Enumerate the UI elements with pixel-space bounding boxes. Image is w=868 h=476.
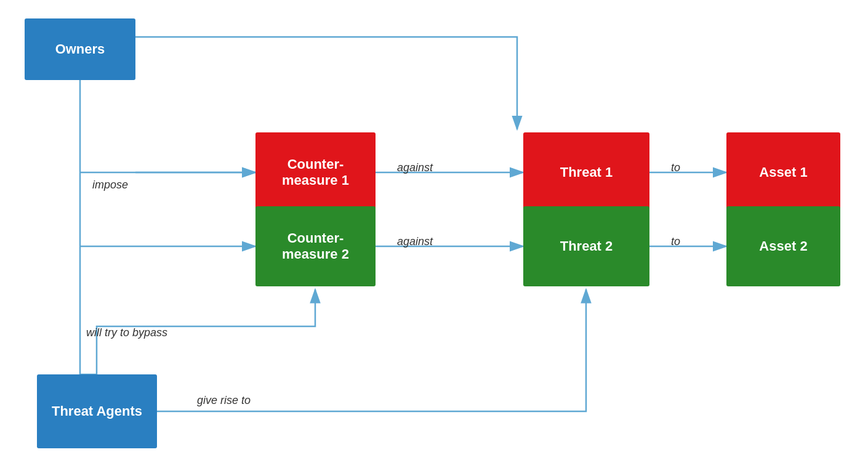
impose-label: impose — [92, 179, 128, 192]
owners-box: Owners — [25, 18, 135, 80]
to2-label: to — [671, 235, 680, 248]
threat1-box: Threat 1 — [523, 132, 649, 212]
asset1-box: Asset 1 — [726, 132, 840, 212]
asset2-box: Asset 2 — [726, 206, 840, 286]
against2-label: against — [397, 235, 433, 248]
threat2-box: Threat 2 — [523, 206, 649, 286]
will-try-to-bypass-label: will try to bypass — [86, 326, 167, 339]
give-rise-to-label: give rise to — [197, 394, 251, 407]
countermeasure2-box: Counter-measure 2 — [255, 206, 376, 286]
threat-agents-box: Threat Agents — [37, 374, 157, 448]
against1-label: against — [397, 161, 433, 174]
to1-label: to — [671, 161, 680, 174]
countermeasure1-box: Counter-measure 1 — [255, 132, 376, 212]
diagram: Owners Counter-measure 1 Counter-measure… — [0, 0, 868, 476]
